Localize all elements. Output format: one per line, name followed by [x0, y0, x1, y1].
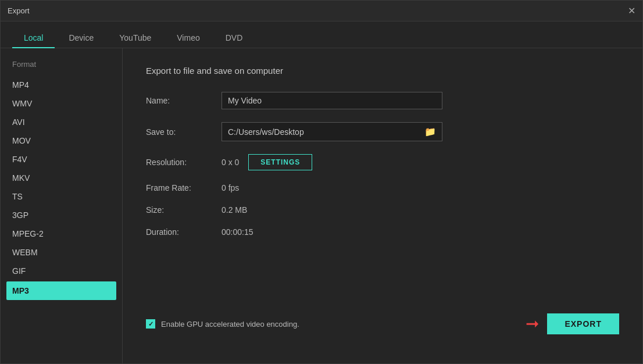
gpu-checkbox[interactable] — [146, 319, 155, 329]
sidebar-item-mp4[interactable]: MP4 — [1, 76, 122, 94]
sidebar-item-webm[interactable]: WEBM — [1, 243, 122, 262]
size-label: Size: — [146, 205, 222, 215]
title-bar: Export ✕ — [1, 1, 642, 22]
browse-folder-button[interactable]: 📁 — [419, 123, 442, 141]
close-button[interactable]: ✕ — [628, 6, 635, 16]
gpu-checkbox-row: Enable GPU accelerated video encoding. — [146, 319, 299, 329]
export-window: Export ✕ Local Device YouTube Vimeo DVD … — [0, 0, 643, 364]
sidebar-item-f4v[interactable]: F4V — [1, 150, 122, 169]
frame-rate-value: 0 fps — [222, 183, 239, 192]
frame-rate-label: Frame Rate: — [146, 183, 222, 192]
resolution-label: Resolution: — [146, 158, 222, 167]
duration-label: Duration: — [146, 227, 222, 237]
sidebar: Format MP4 WMV AVI MOV F4V MKV TS 3GP MP… — [1, 48, 123, 363]
tab-vimeo[interactable]: Vimeo — [165, 28, 211, 48]
save-to-field: 📁 — [222, 122, 442, 141]
settings-button[interactable]: SETTINGS — [248, 154, 312, 170]
main-panel: Export to file and save on computer Name… — [123, 48, 642, 363]
name-label: Name: — [146, 96, 222, 105]
content-area: Format MP4 WMV AVI MOV F4V MKV TS 3GP MP… — [1, 48, 642, 363]
window-title: Export — [8, 6, 30, 15]
export-button[interactable]: EXPORT — [547, 313, 619, 334]
sidebar-item-3gp[interactable]: 3GP — [1, 206, 122, 224]
tab-youtube[interactable]: YouTube — [108, 28, 163, 48]
tab-dvd[interactable]: DVD — [214, 28, 255, 48]
sidebar-item-mkv[interactable]: MKV — [1, 169, 122, 187]
panel-title: Export to file and save on computer — [146, 66, 619, 76]
sidebar-item-mov[interactable]: MOV — [1, 131, 122, 150]
name-input[interactable] — [222, 92, 442, 109]
sidebar-item-mpeg2[interactable]: MPEG-2 — [1, 224, 122, 243]
arrow-icon: ➞ — [526, 316, 539, 332]
resolution-row: Resolution: 0 x 0 SETTINGS — [146, 154, 619, 170]
sidebar-item-gif[interactable]: GIF — [1, 262, 122, 280]
duration-value: 00:00:15 — [222, 227, 253, 237]
sidebar-item-ts[interactable]: TS — [1, 187, 122, 206]
bottom-bar: Enable GPU accelerated video encoding. ➞… — [146, 302, 619, 346]
sidebar-item-wmv[interactable]: WMV — [1, 94, 122, 113]
duration-row: Duration: 00:00:15 — [146, 227, 619, 237]
save-to-input[interactable] — [222, 124, 419, 140]
name-row: Name: — [146, 92, 619, 109]
format-label: Format — [1, 60, 122, 76]
resolution-value: 0 x 0 — [222, 158, 239, 167]
sidebar-item-mp3[interactable]: MP3 — [6, 281, 116, 300]
tab-device[interactable]: Device — [57, 28, 105, 48]
sidebar-item-avi[interactable]: AVI — [1, 113, 122, 131]
save-to-label: Save to: — [146, 127, 222, 137]
size-row: Size: 0.2 MB — [146, 205, 619, 215]
tab-local[interactable]: Local — [12, 28, 55, 48]
save-to-row: Save to: 📁 — [146, 122, 619, 141]
size-value: 0.2 MB — [222, 205, 247, 215]
export-wrapper: ➞ EXPORT — [526, 313, 619, 334]
tab-bar: Local Device YouTube Vimeo DVD — [1, 22, 642, 48]
frame-rate-row: Frame Rate: 0 fps — [146, 183, 619, 192]
gpu-label: Enable GPU accelerated video encoding. — [161, 320, 299, 329]
